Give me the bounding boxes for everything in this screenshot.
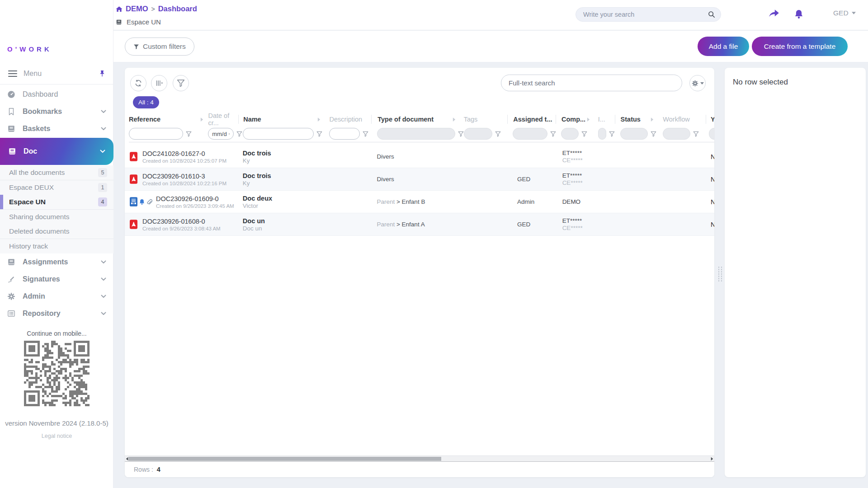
fulltext-search-input[interactable] [509,79,675,87]
action-bar: Custom filters Add a file Create from a … [113,31,868,62]
column-header-workflow[interactable]: Workflow [658,115,706,124]
chevron-down-icon [100,150,105,153]
table-row[interactable]: DOC241028-01627-0 Created on 10/28/2024 … [125,145,714,168]
column-header-type[interactable]: Type of document [371,115,460,124]
filter-date-input[interactable]: mm/d [208,128,234,140]
sidebar-item-admin[interactable]: Admin [0,288,113,305]
filter-funnel-icon[interactable] [651,131,656,137]
sidebar-item-all-documents[interactable]: All the documents 5 [0,165,113,180]
filter-workflow-input[interactable] [663,128,690,140]
filter-tags-input[interactable] [464,128,492,140]
column-header-company[interactable]: Comp... [556,115,594,124]
app-logo[interactable]: O'WORK [0,5,113,53]
account-menu[interactable]: GED [833,9,856,17]
table-header-row: Reference Date of cr... Name Description… [129,113,714,126]
custom-filters-button[interactable]: Custom filters [125,38,194,56]
column-header-i[interactable]: I... [594,115,615,124]
filter-funnel-icon[interactable] [363,131,368,137]
column-header-status[interactable]: Status [615,115,659,124]
table-row[interactable]: DOC230926-01608-0 Created on 9/26/2023 3… [125,213,714,236]
notifications-bell-icon[interactable] [794,9,803,19]
sidebar-item-espace-deux[interactable]: Espace DEUX 1 [0,180,113,195]
all-count-badge[interactable]: All : 4 [133,96,159,108]
sidebar: O'WORK Menu Dashboard Bookmarks Baskets [0,0,113,488]
filter-description-input[interactable] [329,128,360,140]
sidebar-item-espace-un[interactable]: Espace UN 4 [0,195,113,209]
sidebar-item-history-track[interactable]: History track [0,239,113,253]
filter-assigned-input[interactable] [513,128,547,140]
filter-funnel-icon[interactable] [186,131,192,137]
filter-funnel-icon[interactable] [609,131,615,137]
scrollbar-thumb[interactable] [128,457,441,461]
filter-funnel-icon[interactable] [495,131,501,137]
filter-y-input[interactable] [709,128,714,140]
sidebar-item-dashboard[interactable]: Dashboard [0,86,113,103]
book-icon [7,125,15,133]
add-file-button[interactable]: Add a file [698,37,749,56]
grid-settings-button[interactable] [689,75,706,91]
column-header-y[interactable]: Y... [706,115,714,124]
panel-resize-handle[interactable] [717,266,723,282]
column-header-assigned[interactable]: Assigned t... [507,115,556,124]
global-search-input[interactable] [583,11,708,18]
count-badge: 4 [98,197,107,206]
filter-funnel-icon[interactable] [693,131,699,137]
column-header-description[interactable]: Description [325,115,372,124]
filter-reference-input[interactable] [129,128,183,140]
filter-status-input[interactable] [620,128,648,140]
refresh-icon [134,79,142,87]
document-name: Doc trois [243,150,325,157]
column-header-date[interactable]: Date of cr... [208,115,238,124]
document-type: Divers [377,153,394,160]
sidebar-item-signatures[interactable]: Signatures [0,271,113,288]
create-from-template-button[interactable]: Create from a template [752,37,848,56]
filter-company-input[interactable] [561,128,579,140]
filter-funnel-icon[interactable] [581,131,587,137]
sidebar-item-sharing-documents[interactable]: Sharing documents [0,210,113,224]
doc-submenu: All the documents 5 Espace DEUX 1 Espace… [0,165,113,253]
filter-type-input[interactable] [377,128,455,140]
logo-text: O'WORK [7,45,113,53]
breadcrumb-root[interactable]: DEMO [126,5,148,13]
sidebar-item-label: Assignments [23,258,101,266]
mobile-hint: Continue on mobile... [0,330,113,337]
sidebar-item-label: Admin [23,292,101,300]
column-header-name[interactable]: Name [238,115,325,124]
hamburger-icon[interactable] [8,70,17,77]
home-icon[interactable] [116,6,123,12]
legal-notice-link[interactable]: Legal notice [0,433,113,439]
column-header-tags[interactable]: Tags [460,115,508,124]
refresh-button[interactable] [130,75,146,91]
column-header-reference[interactable]: Reference [129,115,208,124]
sidebar-item-doc[interactable]: Doc [0,138,113,165]
breadcrumb-current[interactable]: Dashboard [158,5,197,13]
signature-pen-icon [7,275,15,283]
horizontal-scrollbar[interactable] [125,455,714,461]
sidebar-item-baskets[interactable]: Baskets [0,120,113,137]
sidebar-item-assignments[interactable]: Assignments [0,253,113,271]
paperclip-icon [146,199,152,205]
mountain-logo-icon [7,5,58,44]
document-reference: DOC241028-01627-0 [142,150,226,157]
filter-i-input[interactable] [598,128,606,140]
document-reference: DOC230926-01609-0 [156,195,234,202]
share-icon[interactable] [769,9,779,18]
pdf-file-icon [130,220,137,229]
table-filter-row: mm/d [129,126,714,142]
pin-icon[interactable] [99,70,105,77]
sidebar-item-bookmarks[interactable]: Bookmarks [0,103,113,120]
sidebar-item-deleted-documents[interactable]: Deleted documents [0,224,113,239]
sidebar-item-label: Dashboard [23,90,106,99]
sidebar-item-repository[interactable]: Repository [0,305,113,322]
filter-funnel-icon[interactable] [316,131,322,137]
search-icon[interactable] [708,11,715,18]
table-row[interactable]: DOC230926-01609-0 Created on 9/26/2023 3… [125,191,714,213]
filter-name-input[interactable] [243,128,314,140]
columns-button[interactable] [151,75,167,91]
list-icon [7,310,15,318]
grid-filter-button[interactable] [173,75,189,91]
rows-label: Rows : [134,466,153,473]
scroll-right-icon[interactable] [710,457,714,461]
pdf-file-icon [130,152,137,161]
table-row[interactable]: DOC230926-01610-3 Created on 10/28/2024 … [125,168,714,191]
